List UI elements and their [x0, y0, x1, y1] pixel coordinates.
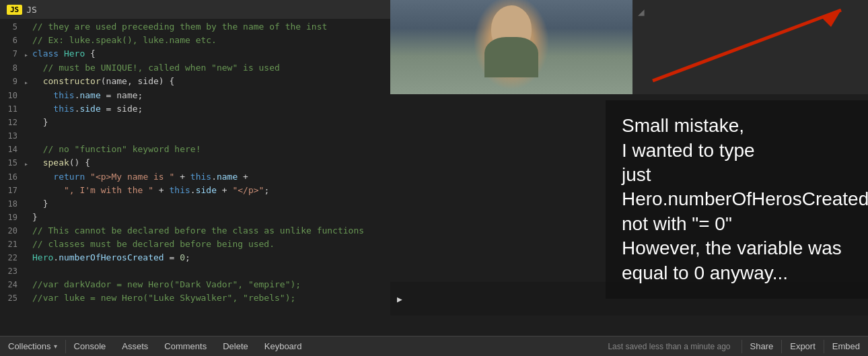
console-label: Console	[74, 341, 106, 351]
code-line: 17 ", I'm with the " + this.side + "</p>…	[0, 184, 390, 197]
video-person	[390, 0, 632, 94]
right-top: ◢	[390, 0, 868, 94]
delete-button[interactable]: Delete	[215, 336, 256, 356]
code-line: 14 // no "function" keyword here!	[0, 143, 390, 156]
keyboard-button[interactable]: Keyboard	[256, 336, 310, 356]
code-line: 6 // Ex: luke.speak(), luke.name etc.	[0, 34, 390, 47]
code-line: 22 Hero.numberOfHerosCreated = 0;	[0, 251, 390, 264]
right-panel: ◢ Small mistake,I wanted to typejustHero…	[390, 0, 868, 336]
keyboard-label: Keyboard	[264, 341, 302, 351]
code-line: 5 // they are used preceeding them by th…	[0, 20, 390, 34]
code-line: 7 ▸ class Hero {	[0, 47, 390, 61]
code-line: 11 this.side = side;	[0, 102, 390, 116]
code-line: 25 //var luke = new Hero("Luke Skywalker…	[0, 291, 390, 305]
code-line: 15 ▸ speak() {	[0, 156, 390, 170]
annotation-box: Small mistake,I wanted to typejustHero.n…	[606, 100, 868, 299]
code-lines: 5 // they are used preceeding them by th…	[0, 19, 390, 306]
code-line: 19 }	[0, 211, 390, 224]
code-line: 18 }	[0, 197, 390, 211]
code-line: 24 //var darkVador = new Hero("Dark Vado…	[0, 278, 390, 291]
file-name: JS	[26, 5, 37, 15]
assets-label: Assets	[122, 341, 148, 351]
code-header: JS JS	[0, 0, 390, 19]
assets-button[interactable]: Assets	[114, 336, 156, 356]
code-editor: JS JS 5 // they are used preceeding them…	[0, 0, 390, 336]
video-thumbnail	[390, 0, 632, 94]
main-container: JS JS 5 // they are used preceeding them…	[0, 0, 868, 356]
code-line: 13	[0, 129, 390, 143]
console-button[interactable]: Console	[66, 336, 114, 356]
export-button[interactable]: Export	[782, 336, 824, 356]
share-label: Share	[750, 341, 774, 351]
content-area: JS JS 5 // they are used preceeding them…	[0, 0, 868, 336]
code-line: 23	[0, 264, 390, 278]
dropdown-arrow-icon: ▾	[54, 343, 57, 350]
delete-label: Delete	[223, 341, 248, 351]
share-button[interactable]: Share	[742, 336, 782, 356]
collections-label: Collections	[8, 341, 51, 351]
collections-button[interactable]: Collections ▾	[0, 336, 65, 356]
export-label: Export	[790, 341, 816, 351]
code-line: 16 return "<p>My name is " + this.name +	[0, 170, 390, 184]
code-line: 10 this.name = name;	[0, 89, 390, 102]
code-line: 9 ▸ constructor(name, side) {	[0, 75, 390, 89]
dark-area: ◢	[632, 0, 868, 94]
svg-line-0	[653, 10, 841, 81]
code-line: 12 }	[0, 116, 390, 129]
bottom-toolbar: Collections ▾ Console Assets Comments De…	[0, 336, 868, 356]
js-badge: JS	[7, 5, 22, 15]
toolbar-right: Last saved less than a minute ago Share …	[597, 336, 868, 356]
comments-label: Comments	[164, 341, 207, 351]
saved-status: Last saved less than a minute ago	[597, 342, 741, 351]
terminal-prompt: ▶	[397, 294, 402, 304]
code-line: 21 // classes must be declared before be…	[0, 238, 390, 251]
code-line: 8 // must be UNIQUE!, called when "new" …	[0, 61, 390, 75]
red-arrow-svg	[632, 0, 868, 94]
embed-button[interactable]: Embed	[824, 336, 868, 356]
code-line: 20 // This cannot be declared before the…	[0, 224, 390, 238]
annotation-text: Small mistake,I wanted to typejustHero.n…	[622, 115, 868, 283]
embed-label: Embed	[832, 341, 860, 351]
comments-button[interactable]: Comments	[156, 336, 215, 356]
toolbar-left: Collections ▾ Console Assets Comments De…	[0, 336, 310, 356]
